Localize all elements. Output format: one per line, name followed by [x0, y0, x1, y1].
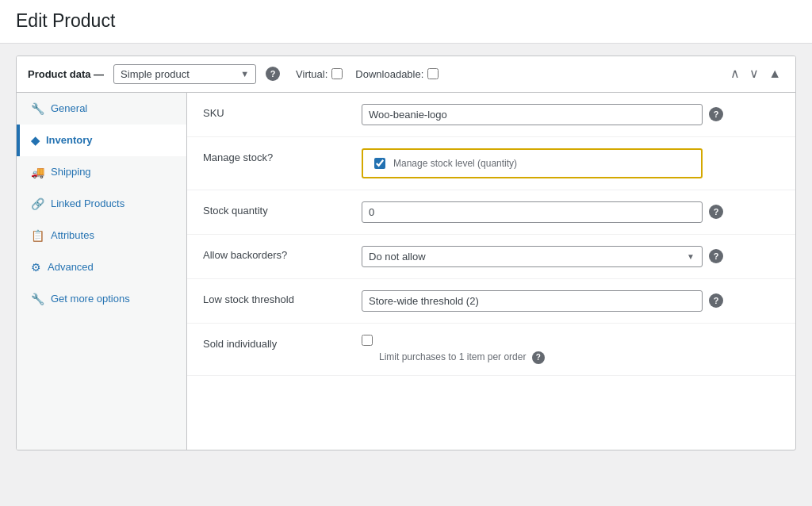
- sidebar-item-attributes-label: Attributes: [51, 229, 94, 241]
- sold-individually-label: Sold individually: [203, 335, 346, 350]
- product-data-box: Product data Simple product Variable pro…: [16, 56, 796, 450]
- downloadable-label[interactable]: Downloadable:: [355, 68, 439, 80]
- sidebar-item-shipping[interactable]: 🚚 Shipping: [17, 156, 186, 188]
- low-stock-threshold-help-icon[interactable]: ?: [709, 293, 723, 308]
- low-stock-threshold-label: Low stock threshold: [203, 290, 346, 305]
- downloadable-text: Downloadable:: [355, 68, 423, 80]
- sku-field-value: ?: [362, 104, 779, 125]
- sold-individually-checkbox[interactable]: [362, 335, 373, 346]
- sidebar-item-inventory-label: Inventory: [46, 134, 93, 146]
- virtual-downloadable-group: Virtual: Downloadable:: [296, 68, 439, 80]
- sold-individually-field-value: Limit purchases to 1 item per order ?: [362, 335, 779, 364]
- product-type-help-icon[interactable]: ?: [266, 67, 280, 81]
- allow-backorders-label: Allow backorders?: [203, 246, 346, 261]
- shipping-icon: 🚚: [31, 166, 44, 178]
- manage-stock-field-row: Manage stock? Manage stock level (quanti…: [187, 137, 795, 190]
- stock-quantity-input[interactable]: [362, 201, 703, 223]
- sidebar-item-get-more-options-label: Get more options: [51, 293, 130, 305]
- page-wrapper: Edit Product Product data Simple product…: [0, 0, 812, 462]
- virtual-label[interactable]: Virtual:: [296, 68, 343, 80]
- allow-backorders-field-value: Do not allow Allow, but notify customer …: [362, 246, 779, 267]
- allow-backorders-dropdown[interactable]: Do not allow Allow, but notify customer …: [362, 246, 703, 267]
- sidebar-item-inventory[interactable]: ◆ Inventory: [17, 125, 186, 156]
- stock-quantity-help-icon[interactable]: ?: [709, 205, 723, 219]
- sold-individually-field-row: Sold individually Limit purchases to 1 i…: [187, 324, 795, 376]
- help-question-mark: ?: [270, 69, 276, 79]
- allow-backorders-help-icon[interactable]: ?: [709, 249, 723, 263]
- stock-quantity-field-value: ?: [362, 201, 779, 223]
- collapse-button[interactable]: ▲: [765, 66, 784, 82]
- product-type-dropdown[interactable]: Simple product Variable product Grouped …: [121, 68, 236, 80]
- stock-quantity-label: Stock quantity: [203, 201, 346, 217]
- sku-help-icon[interactable]: ?: [709, 107, 723, 121]
- attributes-icon: 📋: [31, 229, 44, 242]
- sku-label: SKU: [203, 104, 346, 119]
- product-data-header: Product data Simple product Variable pro…: [17, 56, 795, 93]
- sidebar-item-attributes[interactable]: 📋 Attributes: [17, 220, 186, 251]
- linked-products-icon: 🔗: [31, 197, 44, 210]
- allow-backorders-field-row: Allow backorders? Do not allow Allow, bu…: [187, 235, 795, 279]
- allow-backorders-select-wrapper: Do not allow Allow, but notify customer …: [362, 246, 703, 267]
- sku-field-row: SKU ?: [187, 93, 795, 137]
- sidebar-item-shipping-label: Shipping: [51, 166, 91, 178]
- sold-individually-help-icon[interactable]: ?: [532, 351, 545, 364]
- page-title: Edit Product: [16, 10, 796, 33]
- sidebar-item-advanced[interactable]: ⚙ Advanced: [17, 251, 186, 283]
- manage-stock-checkbox[interactable]: [374, 158, 385, 169]
- virtual-checkbox[interactable]: [331, 68, 343, 79]
- page-title-bar: Edit Product: [0, 0, 812, 44]
- manage-stock-description: Manage stock level (quantity): [393, 158, 517, 169]
- get-more-options-icon: 🔧: [31, 293, 44, 305]
- header-arrows: ∧ ∨ ▲: [727, 66, 784, 82]
- low-stock-threshold-field-row: Low stock threshold ?: [187, 279, 795, 324]
- sidebar-item-linked-products[interactable]: 🔗 Linked Products: [17, 188, 186, 220]
- advanced-icon: ⚙: [31, 261, 41, 274]
- sidebar-item-advanced-label: Advanced: [48, 261, 94, 273]
- sidebar-item-get-more-options[interactable]: 🔧 Get more options: [17, 283, 186, 315]
- product-data-body: 🔧 General ◆ Inventory 🚚 Shipping 🔗 Linke…: [17, 93, 795, 450]
- main-content: Product data Simple product Variable pro…: [0, 44, 812, 462]
- stock-quantity-field-row: Stock quantity ?: [187, 190, 795, 235]
- sku-input[interactable]: [362, 104, 703, 125]
- product-data-label: Product data: [28, 68, 104, 80]
- manage-stock-field-value: Manage stock level (quantity): [362, 148, 779, 178]
- general-icon: 🔧: [31, 102, 44, 115]
- sold-individually-section: Limit purchases to 1 item per order ?: [362, 335, 545, 364]
- manage-stock-box: Manage stock level (quantity): [362, 148, 703, 178]
- product-type-chevron-icon: ▼: [240, 69, 249, 79]
- tab-content-inventory: SKU ? Manage stock?: [187, 93, 795, 450]
- low-stock-threshold-input[interactable]: [362, 290, 703, 312]
- sidebar-tabs: 🔧 General ◆ Inventory 🚚 Shipping 🔗 Linke…: [17, 93, 187, 450]
- manage-stock-label: Manage stock?: [203, 148, 346, 163]
- product-type-select-wrapper[interactable]: Simple product Variable product Grouped …: [113, 64, 256, 84]
- sidebar-item-general-label: General: [51, 102, 87, 114]
- downloadable-checkbox[interactable]: [427, 68, 439, 79]
- sold-individually-note: Limit purchases to 1 item per order ?: [379, 351, 545, 364]
- low-stock-threshold-field-value: ?: [362, 290, 779, 312]
- move-down-button[interactable]: ∨: [746, 66, 762, 82]
- move-up-button[interactable]: ∧: [727, 66, 743, 82]
- inventory-icon: ◆: [31, 134, 40, 147]
- manage-stock-row: Manage stock level (quantity): [374, 158, 690, 169]
- virtual-text: Virtual:: [296, 68, 327, 80]
- sidebar-item-general[interactable]: 🔧 General: [17, 93, 186, 125]
- sold-individually-checkbox-row: [362, 335, 545, 348]
- sidebar-item-linked-products-label: Linked Products: [51, 197, 124, 209]
